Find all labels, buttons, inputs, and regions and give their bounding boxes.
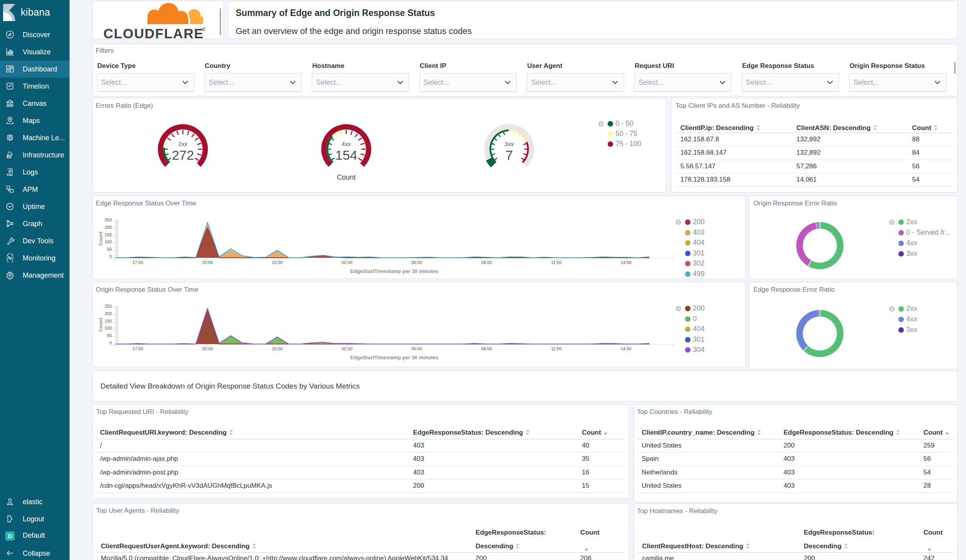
svg-text:CLOUDFLARE: CLOUDFLARE: [103, 26, 204, 39]
svg-text:®: ®: [202, 27, 206, 32]
